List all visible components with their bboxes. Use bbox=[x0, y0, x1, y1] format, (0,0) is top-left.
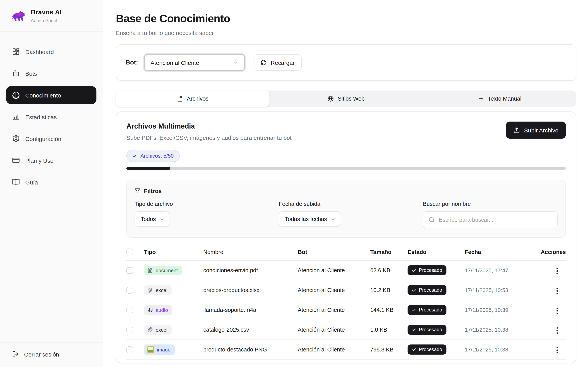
globe-icon bbox=[328, 96, 334, 102]
paperclip-icon bbox=[147, 327, 153, 333]
filter-type-label: Tipo de archivo bbox=[135, 201, 269, 207]
layout-dashboard-icon bbox=[12, 48, 20, 56]
row-checkbox[interactable] bbox=[126, 267, 133, 274]
sidebar-item-label: Plan y Uso bbox=[25, 157, 53, 164]
row-actions-menu-button[interactable] bbox=[554, 285, 560, 296]
row-actions-menu-button[interactable] bbox=[554, 345, 560, 356]
logout-icon bbox=[12, 351, 19, 358]
filter-date-value: Todas las fechas bbox=[285, 216, 327, 222]
file-size: 795.3 KB bbox=[370, 346, 407, 353]
bull-logo-icon bbox=[9, 8, 26, 24]
file-bot: Atención al Cliente bbox=[298, 267, 370, 273]
filter-type-value: Todos bbox=[141, 216, 156, 222]
page-subtitle: Enseña a tu bot lo que necesita saber bbox=[116, 30, 576, 36]
file-bot: Atención al Cliente bbox=[298, 346, 370, 353]
header-nombre: Nombre bbox=[203, 249, 298, 255]
filters-title: Filtros bbox=[144, 188, 162, 194]
brand-subtitle: Admin Panel bbox=[31, 18, 62, 23]
search-box bbox=[423, 211, 558, 228]
check-icon bbox=[412, 328, 416, 332]
file-bot: Atención al Cliente bbox=[298, 307, 370, 313]
filter-search: Buscar por nombre bbox=[423, 201, 558, 228]
sidebar-item-plan-y-uso[interactable]: Plan y Uso bbox=[6, 151, 96, 169]
tab-sitios-web[interactable]: Sitios Web bbox=[269, 91, 423, 107]
quota-badge: Archivos: 5/50 bbox=[126, 150, 180, 162]
check-icon bbox=[412, 288, 416, 292]
file-type-label: audio bbox=[156, 307, 168, 313]
search-input[interactable] bbox=[439, 217, 552, 223]
sidebar-item-configuracion[interactable]: Configuración bbox=[6, 130, 96, 148]
row-actions-menu-button[interactable] bbox=[554, 266, 560, 276]
row-actions-menu-button[interactable] bbox=[554, 305, 560, 316]
reload-button[interactable]: Recargar bbox=[254, 54, 302, 71]
brain-icon bbox=[12, 91, 20, 99]
check-icon bbox=[132, 154, 137, 158]
table-row: excel precios-productos.xlsx Atención al… bbox=[126, 280, 566, 300]
filter-type-select[interactable]: Todos bbox=[135, 211, 170, 227]
sidebar-nav: Dashboard Bots Conocimiento Estadísticas… bbox=[0, 32, 103, 342]
file-size: 10.2 KB bbox=[370, 287, 407, 293]
sidebar-item-label: Bots bbox=[25, 70, 37, 77]
book-open-icon bbox=[12, 178, 20, 186]
header-tipo: Tipo bbox=[144, 249, 203, 255]
row-checkbox[interactable] bbox=[126, 326, 133, 333]
file-size: 144.1 KB bbox=[370, 307, 407, 313]
brand-text: Bravos AI Admin Panel bbox=[31, 8, 62, 23]
file-type-label: excel bbox=[156, 287, 167, 293]
header-bot: Bot bbox=[298, 249, 370, 255]
file-bot: Atención al Cliente bbox=[298, 287, 370, 293]
files-card: Archivos Multimedia Sube PDFs, Excel/CSV… bbox=[116, 111, 576, 363]
row-checkbox[interactable] bbox=[126, 287, 133, 293]
status-badge: Procesado bbox=[407, 265, 446, 275]
files-table: Tipo Nombre Bot Tamaño Estado Fecha Acci… bbox=[126, 247, 566, 360]
file-name: producto-destacado.PNG bbox=[203, 346, 298, 353]
header-tamano: Tamaño bbox=[370, 249, 407, 255]
sidebar-item-conocimiento[interactable]: Conocimiento bbox=[6, 86, 96, 104]
table-row: audio llamada-soporte.m4a Atención al Cl… bbox=[126, 300, 566, 320]
logout-button[interactable]: Cerrar sesión bbox=[0, 342, 103, 367]
upload-label: Subir Archivo bbox=[524, 127, 558, 133]
filter-date-select[interactable]: Todas las fechas bbox=[279, 211, 341, 227]
search-icon bbox=[429, 217, 435, 223]
image-thumbnail-icon bbox=[147, 346, 154, 353]
filter-type: Tipo de archivo Todos bbox=[135, 201, 269, 228]
bot-select[interactable]: Atención al Cliente bbox=[144, 54, 245, 71]
file-type-label: document bbox=[156, 267, 178, 273]
main-content: Base de Conocimiento Enseña a tu bot lo … bbox=[103, 0, 588, 367]
filter-date: Fecha de subida Todas las fechas bbox=[279, 201, 413, 228]
sidebar-item-estadisticas[interactable]: Estadísticas bbox=[6, 108, 96, 126]
sidebar-item-dashboard[interactable]: Dashboard bbox=[6, 43, 96, 61]
bot-select-value: Atención al Cliente bbox=[150, 59, 199, 66]
row-actions-menu-button[interactable] bbox=[554, 325, 560, 336]
sidebar-item-label: Estadísticas bbox=[25, 114, 57, 120]
brand-name: Bravos AI bbox=[31, 8, 62, 16]
file-date: 17/11/2025, 10:53 bbox=[465, 287, 535, 293]
file-type-badge: image bbox=[144, 344, 175, 355]
file-name: precios-productos.xlsx bbox=[203, 287, 298, 293]
chevron-down-icon bbox=[330, 217, 335, 222]
file-bot: Atención al Cliente bbox=[298, 327, 370, 333]
tab-label: Archivos bbox=[187, 96, 208, 102]
bot-selector-card: Bot: Atención al Cliente Recargar bbox=[116, 44, 576, 81]
sidebar-item-bots[interactable]: Bots bbox=[6, 65, 96, 82]
files-section-title: Archivos Multimedia bbox=[126, 122, 292, 131]
paperclip-icon bbox=[147, 287, 153, 293]
filters-panel: Filtros Tipo de archivo Todos Fecha de s… bbox=[126, 180, 566, 238]
table-row: document condiciones-envio.pdf Atención … bbox=[126, 261, 566, 280]
row-checkbox[interactable] bbox=[126, 346, 133, 353]
sidebar-item-guia[interactable]: Guía bbox=[6, 173, 96, 191]
file-type-badge: audio bbox=[144, 305, 172, 315]
file-type-label: image bbox=[157, 347, 171, 352]
upload-file-button[interactable]: Subir Archivo bbox=[506, 122, 566, 139]
tab-archivos[interactable]: Archivos bbox=[116, 91, 269, 107]
files-section-subtitle: Sube PDFs, Excel/CSV, imágenes y audios … bbox=[126, 134, 292, 141]
file-date: 17/11/2025, 17:47 bbox=[465, 267, 535, 273]
row-checkbox[interactable] bbox=[126, 307, 133, 313]
select-all-checkbox[interactable] bbox=[126, 249, 133, 255]
file-date: 17/11/2025, 10:39 bbox=[465, 307, 535, 313]
file-type-badge: document bbox=[144, 266, 182, 275]
tab-texto-manual[interactable]: Texto Manual bbox=[423, 91, 576, 107]
credit-card-icon bbox=[12, 157, 20, 164]
plus-icon bbox=[478, 96, 484, 102]
file-date: 17/11/2025, 10:38 bbox=[465, 346, 535, 353]
